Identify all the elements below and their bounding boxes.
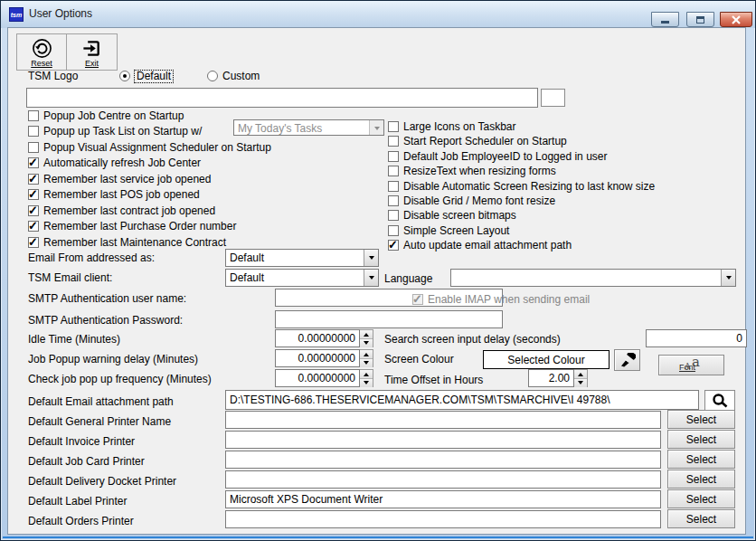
checkbox-label: Remember last service job opened xyxy=(43,174,211,185)
delivery-docket-printer-input[interactable] xyxy=(225,470,661,489)
cb-popup-vas[interactable]: Popup Visual Assignment Scheduler on Sta… xyxy=(28,141,271,154)
checkbox-icon xyxy=(28,237,39,248)
minimize-button[interactable] xyxy=(651,12,679,27)
search-icon xyxy=(711,393,729,409)
font-button[interactable]: aA Font xyxy=(658,355,724,375)
cb-remember-maintenance-contract[interactable]: Remember last Maintenance Contract xyxy=(28,236,226,249)
spinner-buttons[interactable] xyxy=(360,349,373,367)
time-offset-input[interactable] xyxy=(528,369,574,387)
cb-auto-update-email-attachment-path[interactable]: Auto update email attachment path xyxy=(388,239,572,252)
checkbox-icon xyxy=(28,174,39,185)
logo-browse-button[interactable] xyxy=(541,89,565,107)
checkbox-label: Remember last POS job opened xyxy=(43,189,200,201)
delivery-docket-printer-select-button[interactable]: Select xyxy=(667,470,735,489)
job-popup-delay-spinner[interactable] xyxy=(275,349,373,367)
idle-time-input[interactable] xyxy=(275,329,360,347)
cb-remember-service-job[interactable]: Remember last service job opened xyxy=(28,173,211,185)
spinner-buttons[interactable] xyxy=(360,329,373,347)
maximize-button[interactable] xyxy=(686,12,714,27)
cb-remember-contract-job[interactable]: Remember last contract job opened xyxy=(28,204,215,217)
cb-enable-imap[interactable]: Enable IMAP when sending email xyxy=(412,293,590,306)
cb-remember-purchase-order[interactable]: Remember last Purchase Order number xyxy=(28,220,236,233)
cb-remember-pos-job[interactable]: Remember last POS job opened xyxy=(28,188,200,201)
close-button[interactable] xyxy=(720,12,752,27)
job-card-printer-select-button[interactable]: Select xyxy=(667,450,735,469)
language-combo[interactable] xyxy=(450,269,736,287)
colour-picker-button[interactable] xyxy=(614,349,640,371)
screen-colour-label: Screen Colour xyxy=(384,353,454,365)
reset-button[interactable]: Reset xyxy=(16,33,67,71)
cb-large-icons-taskbar[interactable]: Large Icons on Taskbar xyxy=(388,120,516,133)
reset-icon xyxy=(32,38,52,59)
spinner-buttons[interactable] xyxy=(360,369,373,387)
radio-icon xyxy=(207,71,218,81)
invoice-printer-input[interactable] xyxy=(225,431,661,449)
search-delay-input[interactable] xyxy=(646,329,747,347)
cb-disable-grid-memo-font-resize[interactable]: Disable Grid / Memo font resize xyxy=(388,195,555,207)
checkbox-label: Remember last Purchase Order number xyxy=(43,221,236,233)
logo-path-input[interactable] xyxy=(26,88,538,108)
email-attachment-path-input[interactable] xyxy=(225,390,699,410)
task-list-combo[interactable]: My Today's Tasks xyxy=(233,119,384,136)
cb-auto-refresh-job-center[interactable]: Automatically refresh Job Center xyxy=(28,157,201,169)
path-search-button[interactable] xyxy=(704,390,735,411)
general-printer-select-button[interactable]: Select xyxy=(667,410,735,429)
smtp-password-input[interactable] xyxy=(275,310,503,328)
checkbox-icon xyxy=(388,136,399,147)
orders-printer-label: Default Orders Printer xyxy=(28,515,134,527)
job-popup-delay-input[interactable] xyxy=(275,349,360,367)
spin-down-icon xyxy=(360,338,373,347)
titlebar[interactable]: tsm User Options xyxy=(1,1,755,28)
tsm-email-client-combo[interactable]: Default xyxy=(225,269,379,287)
tsm-logo-label: TSM Logo xyxy=(28,70,78,82)
radio-logo-custom[interactable]: Custom xyxy=(207,70,260,82)
cb-popup-job-centre[interactable]: Popup Job Centre on Startup xyxy=(28,109,184,122)
radio-logo-default[interactable]: Default xyxy=(119,70,173,82)
cb-start-report-scheduler[interactable]: Start Report Scheduler on Startup xyxy=(388,135,567,147)
cb-disable-screen-bitmaps[interactable]: Disable screen bitmaps xyxy=(388,209,516,222)
job-card-printer-input[interactable] xyxy=(225,451,661,469)
email-from-label: Email From addressed as: xyxy=(28,252,155,264)
user-options-window: tsm User Options Reset Exit T xyxy=(0,0,756,541)
selected-colour-swatch[interactable]: Selected Colour xyxy=(483,350,610,369)
cb-disable-auto-screen-resizing[interactable]: Disable Automatic Screen Resizing to las… xyxy=(388,180,655,193)
cb-popup-task-list[interactable]: Popup up Task List on Startup w/ xyxy=(28,125,202,138)
cb-resizetext[interactable]: ResizeText when resizing forms xyxy=(388,165,556,177)
radio-icon xyxy=(119,71,130,81)
cb-simple-screen-layout[interactable]: Simple Screen Layout xyxy=(388,224,509,237)
label-printer-select-button[interactable]: Select xyxy=(667,489,735,508)
general-printer-input[interactable] xyxy=(225,411,661,429)
orders-printer-select-button[interactable]: Select xyxy=(667,509,735,528)
label-printer-label: Default Label Printer xyxy=(28,495,127,508)
checkbox-icon xyxy=(28,157,39,168)
exit-icon xyxy=(81,38,102,59)
idle-time-spinner[interactable] xyxy=(275,329,373,347)
checkbox-icon xyxy=(412,294,423,305)
check-job-frequency-input[interactable] xyxy=(275,369,360,387)
language-combo-value xyxy=(451,270,721,286)
close-icon xyxy=(732,15,741,24)
checkbox-label: Automatically refresh Job Center xyxy=(43,157,201,169)
checkbox-icon xyxy=(388,240,399,251)
invoice-printer-select-button[interactable]: Select xyxy=(667,430,735,449)
checkbox-icon xyxy=(28,110,39,121)
spinner-buttons[interactable] xyxy=(574,369,588,387)
checkbox-icon xyxy=(28,189,39,200)
email-from-combo[interactable]: Default xyxy=(225,249,379,267)
checkbox-label: Enable IMAP when sending email xyxy=(428,294,590,306)
smtp-password-label: SMTP Authentication Password: xyxy=(28,314,183,327)
exit-button-label: Exit xyxy=(85,60,99,68)
invoice-printer-label: Default Invoice Printer xyxy=(28,435,135,448)
checkbox-label: ResizeText when resizing forms xyxy=(403,166,556,177)
cb-default-job-employeeid[interactable]: Default Job EmployeeID to Logged in user xyxy=(388,150,607,163)
check-job-frequency-spinner[interactable] xyxy=(275,369,373,387)
checkbox-label: Popup Visual Assignment Scheduler on Sta… xyxy=(43,142,271,154)
checkbox-label: Disable Automatic Screen Resizing to las… xyxy=(403,181,655,193)
orders-printer-input[interactable] xyxy=(225,510,661,528)
time-offset-spinner[interactable] xyxy=(528,369,588,387)
label-printer-input[interactable] xyxy=(225,490,661,508)
job-card-printer-label: Default Job Card Printer xyxy=(28,455,145,468)
exit-button[interactable]: Exit xyxy=(67,33,118,71)
window-title: User Options xyxy=(29,1,92,27)
spin-up-icon xyxy=(360,350,373,358)
